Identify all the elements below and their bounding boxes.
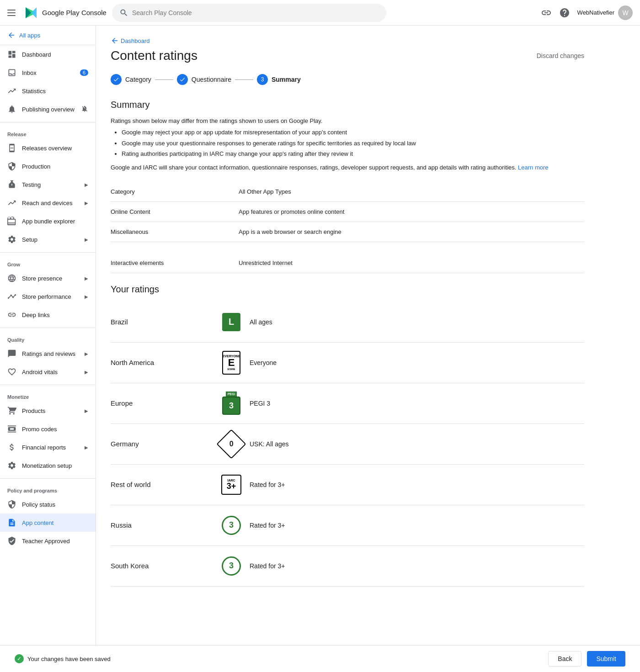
sidebar-item-ratings[interactable]: Ratings and reviews ▶: [0, 344, 96, 363]
sidebar-item-setup[interactable]: Setup ▶: [0, 230, 96, 249]
rating-row-europe: Europe PEGI 3 PEGI 3: [111, 383, 584, 424]
pegi-badge-icon: 3: [222, 397, 240, 415]
step-questionnaire-circle: [177, 74, 188, 85]
help-icon[interactable]: [559, 7, 570, 18]
arc-badge-icon: IARC 3+: [221, 475, 241, 495]
products-label: Products: [22, 407, 45, 414]
sidebar-item-policy[interactable]: Policy status: [0, 495, 96, 513]
setup-expand-icon[interactable]: ▶: [85, 237, 88, 242]
note-content: Google and IARC will share your contact …: [111, 164, 516, 171]
section-policy: Policy and programs: [0, 482, 96, 495]
sidebar-item-inbox[interactable]: Inbox 6: [0, 63, 96, 82]
releases-icon: [7, 143, 16, 153]
step-category-label: Category: [125, 76, 151, 83]
logo-icon: [24, 5, 38, 20]
sidebar-item-production[interactable]: Production: [0, 157, 96, 175]
financial-label: Financial reports: [22, 444, 66, 451]
content-area: Dashboard Content ratings Discard change…: [96, 26, 640, 645]
sidebar-item-publishing[interactable]: Publishing overview: [0, 100, 96, 118]
hamburger-menu[interactable]: [7, 7, 18, 18]
store-performance-expand-icon[interactable]: ▶: [85, 294, 88, 299]
statistics-label: Statistics: [22, 88, 46, 95]
rating-row-northamerica: North America EVERYONE E ESRB Everyone: [111, 343, 584, 383]
summary-title: Summary: [111, 100, 584, 110]
policy-label: Policy status: [22, 501, 55, 508]
stepper: Category Questionnaire 3 Summary: [111, 74, 584, 85]
sidebar-item-financial[interactable]: Financial reports ▶: [0, 438, 96, 456]
vitals-label: Android vitals: [22, 369, 58, 376]
sidebar-item-store-presence[interactable]: Store presence ▶: [0, 269, 96, 287]
rating-row-germany: Germany 0 USK: All ages: [111, 424, 584, 465]
step-category: Category: [111, 74, 151, 85]
step-questionnaire: Questionnaire: [177, 74, 231, 85]
detail-row-2: Miscellaneous App is a web browser or se…: [111, 222, 584, 242]
logo-area[interactable]: Google Play Console: [24, 5, 107, 20]
top-header: Google Play Console WebNativefier W: [0, 0, 640, 26]
promo-label: Promo codes: [22, 426, 57, 433]
divider-monetize: [0, 385, 96, 385]
products-icon: [7, 406, 16, 415]
back-button[interactable]: Back: [548, 651, 581, 667]
sidebar-item-releases[interactable]: Releases overview: [0, 139, 96, 157]
products-expand-icon[interactable]: ▶: [85, 408, 88, 413]
back-link[interactable]: Dashboard: [111, 37, 584, 45]
section-monetize: Monetize: [0, 389, 96, 402]
search-bar[interactable]: [112, 4, 386, 22]
sidebar-item-reach[interactable]: Reach and devices ▶: [0, 194, 96, 212]
sidebar-item-statistics[interactable]: Statistics: [0, 82, 96, 100]
sidebar-item-app-content[interactable]: App content: [0, 513, 96, 532]
link-icon[interactable]: [541, 7, 552, 18]
detail-label-1: Online Content: [111, 208, 239, 215]
search-input[interactable]: [132, 9, 379, 16]
bell-mute-icon: [81, 105, 88, 114]
user-badge[interactable]: WebNativefier W: [577, 5, 633, 20]
testing-expand-icon[interactable]: ▶: [85, 182, 88, 187]
store-presence-expand-icon[interactable]: ▶: [85, 276, 88, 281]
southkorea-badge-icon: 3: [222, 556, 241, 576]
sidebar-item-vitals[interactable]: Android vitals ▶: [0, 363, 96, 381]
sidebar-item-deep-links[interactable]: Deep links: [0, 306, 96, 324]
ratings-expand-icon[interactable]: ▶: [85, 351, 88, 356]
reach-label: Reach and devices: [22, 200, 73, 206]
search-icon: [119, 8, 128, 17]
publishing-label: Publishing overview: [22, 106, 75, 113]
sidebar-item-products[interactable]: Products ▶: [0, 402, 96, 420]
inbox-label: Inbox: [22, 69, 37, 76]
sidebar-item-promo[interactable]: Promo codes: [0, 420, 96, 438]
all-apps-label: All apps: [19, 32, 40, 39]
sidebar-item-teacher[interactable]: Teacher Approved: [0, 532, 96, 550]
setup-icon: [7, 235, 16, 244]
sidebar-all-apps[interactable]: All apps: [0, 26, 96, 45]
financial-expand-icon[interactable]: ▶: [85, 445, 88, 450]
sidebar-item-dashboard[interactable]: Dashboard: [0, 45, 96, 63]
back-icon: [111, 37, 119, 45]
rating-badge-germany: 0: [220, 433, 242, 455]
detail-label-3: Interactive elements: [111, 259, 239, 266]
sidebar-item-mon-setup[interactable]: Monetization setup: [0, 456, 96, 475]
policy-icon: [7, 500, 16, 509]
store-presence-icon: [7, 274, 16, 283]
rating-label-europe: PEGI 3: [250, 400, 270, 407]
sidebar-item-bundle[interactable]: App bundle explorer: [0, 212, 96, 230]
publishing-icon: [7, 105, 16, 114]
bullet-0: Google may reject your app or app update…: [122, 128, 584, 137]
learn-more-link[interactable]: Learn more: [518, 164, 548, 171]
vitals-expand-icon[interactable]: ▶: [85, 370, 88, 375]
rating-label-world: Rated for 3+: [250, 481, 285, 488]
detail-value-3: Unrestricted Internet: [239, 259, 293, 266]
dashboard-icon: [7, 50, 16, 59]
discard-changes[interactable]: Discard changes: [537, 48, 584, 59]
step-summary-circle: 3: [257, 74, 268, 85]
rating-label-germany: USK: All ages: [250, 440, 289, 448]
rating-badge-brazil: L: [220, 311, 242, 333]
deep-links-icon: [7, 310, 16, 319]
sidebar-item-store-performance[interactable]: Store performance ▶: [0, 287, 96, 306]
submit-button[interactable]: Submit: [587, 651, 625, 667]
rating-country-russia: Russia: [111, 521, 220, 529]
detail-row-1: Online Content App features or promotes …: [111, 202, 584, 222]
reach-expand-icon[interactable]: ▶: [85, 201, 88, 206]
logo-text: Google Play Console: [42, 9, 107, 16]
dashboard-label: Dashboard: [22, 51, 51, 58]
user-name: WebNativefier: [577, 9, 614, 16]
sidebar-item-testing[interactable]: Testing ▶: [0, 175, 96, 194]
